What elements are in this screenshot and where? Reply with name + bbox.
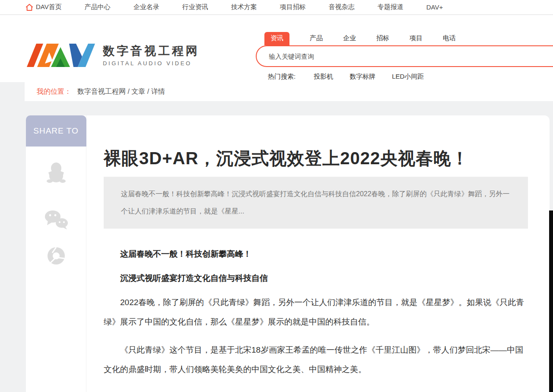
search-area: 资讯 产品 企业 招标 项目 电话 热门搜索: 投影机 数字标牌 LED小间距 [256, 33, 553, 81]
search-tab-news[interactable]: 资讯 [264, 32, 289, 45]
nav-item-solutions[interactable]: 技术方案 [231, 3, 257, 11]
logo-text: 数字音视工程网 DIGITAL AUDIO VIDEO [103, 43, 200, 67]
qzone-icon[interactable] [46, 246, 66, 266]
search-tab-products[interactable]: 产品 [310, 32, 323, 45]
article-paragraph-1: 2022春晚，除了刷屏的《只此青绿》舞蹈，另外一个让人们津津乐道的节目，就是《星… [104, 293, 529, 331]
nav-item-label: DAV首页 [36, 3, 62, 11]
hot-search-row: 热门搜索: 投影机 数字标牌 LED小间距 [256, 73, 553, 81]
qq-icon[interactable] [45, 161, 67, 185]
top-navigation: DAV首页 产品中心 企业名录 行业资讯 技术方案 项目招标 音视杂志 专题报道… [0, 0, 553, 15]
search-tab-projects[interactable]: 项目 [410, 32, 423, 45]
article-card: SHARE TO [26, 115, 550, 392]
share-rail: SHARE TO [26, 115, 86, 392]
search-box [256, 45, 553, 67]
wechat-icon[interactable] [44, 210, 69, 229]
logo-title: 数字音视工程网 [103, 43, 200, 59]
search-tab-companies[interactable]: 企业 [343, 32, 356, 45]
breadcrumb: 我的位置： 数字音视工程网 / 文章 / 详情 [25, 82, 553, 101]
hot-link-led[interactable]: LED小间距 [392, 73, 424, 81]
search-input[interactable] [257, 46, 553, 66]
site-header: 数字音视工程网 DIGITAL AUDIO VIDEO 资讯 产品 企业 招标 … [0, 15, 553, 82]
scrollbar-thumb[interactable] [549, 210, 553, 392]
search-tabs: 资讯 产品 企业 招标 项目 电话 [256, 33, 553, 45]
nav-item-industry-news[interactable]: 行业资讯 [182, 3, 208, 11]
search-tab-bids[interactable]: 招标 [376, 32, 389, 45]
breadcrumb-path[interactable]: 数字音视工程网 / 文章 / 详情 [77, 87, 165, 96]
nav-item-project-bids[interactable]: 项目招标 [280, 3, 306, 11]
page: DAV首页 产品中心 企业名录 行业资讯 技术方案 项目招标 音视杂志 专题报道… [0, 0, 553, 392]
site-logo[interactable]: 数字音视工程网 DIGITAL AUDIO VIDEO [26, 42, 200, 68]
share-to-header: SHARE TO [26, 115, 86, 147]
article-title: 裸眼3D+AR，沉浸式视效登上2022央视春晚！ [104, 146, 512, 171]
breadcrumb-label: 我的位置： [37, 87, 71, 96]
logo-subtitle: DIGITAL AUDIO VIDEO [103, 60, 200, 67]
article-body: 裸眼3D+AR，沉浸式视效登上2022央视春晚！ 这届春晚不一般！科技创新攀高峰… [86, 115, 550, 392]
nav-item-products[interactable]: 产品中心 [85, 3, 111, 11]
hot-link-projector[interactable]: 投影机 [314, 73, 333, 81]
dav-logo-mark [26, 42, 95, 68]
nav-item-home[interactable]: DAV首页 [25, 3, 62, 12]
article-paragraph-2: 《只此青绿》这个节目，是基于北宋18岁画家王希孟的唯一传世之作《千里江山图》，带… [104, 340, 529, 379]
nav-item-av-magazine[interactable]: 音视杂志 [329, 3, 355, 11]
hot-search-label: 热门搜索: [268, 73, 296, 81]
nav-item-companies[interactable]: 企业名录 [133, 3, 159, 11]
nav-item-special-report[interactable]: 专题报道 [378, 3, 404, 11]
hot-link-digital-signage[interactable]: 数字标牌 [350, 73, 375, 81]
article-subhead-2: 沉浸式视听盛宴打造文化自信与科技自信 [104, 273, 529, 284]
home-icon [25, 3, 34, 12]
search-tab-phone[interactable]: 电话 [443, 32, 456, 45]
article-subhead-1: 这届春晚不一般！科技创新攀高峰！ [104, 249, 529, 260]
article-summary: 这届春晚不一般！科技创新攀高峰！沉浸式视听盛宴打造文化自信与科技自信2022春晚… [104, 177, 528, 229]
nav-item-dav-plus[interactable]: DAV+ [426, 3, 443, 11]
